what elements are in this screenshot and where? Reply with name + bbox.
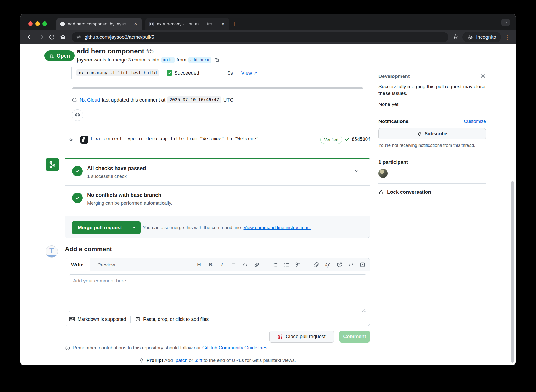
markdown-hint[interactable]: Markdown is supported: [69, 316, 126, 322]
external-arrow-icon: ↗: [253, 70, 257, 76]
saved-reply-icon[interactable]: [348, 262, 354, 268]
minimize-window-button[interactable]: [35, 21, 40, 26]
nx-cloud-note: Nx Cloud last updated this comment at 20…: [72, 96, 233, 103]
reload-button[interactable]: [47, 32, 57, 42]
verified-badge[interactable]: Verified: [320, 136, 342, 144]
checks-passed-icon: [72, 166, 83, 176]
no-conflicts-icon: [72, 193, 83, 203]
gear-icon[interactable]: [480, 73, 486, 79]
view-check-link[interactable]: View↗: [241, 70, 258, 76]
mention-icon[interactable]: @: [325, 262, 331, 268]
attach-file-icon[interactable]: [313, 262, 319, 268]
close-tab-icon[interactable]: ✕: [220, 21, 226, 27]
head-branch-chip[interactable]: add-hero: [188, 57, 211, 63]
quote-icon[interactable]: [231, 262, 237, 268]
browser-menu-icon[interactable]: ⋮: [504, 33, 511, 41]
editor-tab-bar: Write Preview H B I: [65, 258, 370, 271]
new-tab-button[interactable]: +: [229, 19, 239, 29]
development-empty: None yet: [378, 102, 486, 107]
tab-nx-run[interactable]: nx run-many -t lint test ... fro ✕: [145, 18, 229, 30]
github-favicon: [60, 21, 65, 27]
commit-message-link[interactable]: fix: correct typo in demo app title from…: [90, 136, 259, 141]
close-tab-icon[interactable]: ✕: [132, 21, 139, 27]
merge-status-icon: [46, 158, 59, 171]
add-comment-heading: Add a comment: [65, 245, 112, 253]
pr-title-text: add hero component: [77, 47, 144, 55]
github-page: Open add hero component #5 jaysoo wants …: [20, 44, 516, 365]
lock-icon: [378, 189, 384, 195]
add-reaction-button[interactable]: [72, 109, 83, 121]
code-icon[interactable]: [242, 262, 248, 268]
nx-cloud-text: last updated this comment at: [102, 97, 165, 103]
bullet-list-icon[interactable]: [283, 262, 289, 268]
link-icon[interactable]: [254, 262, 260, 268]
window-controls: [28, 21, 47, 26]
cloud-icon: [72, 97, 78, 103]
subscribe-button[interactable]: Subscribe: [378, 128, 486, 139]
home-button[interactable]: [58, 32, 68, 42]
slash-commands-icon[interactable]: [359, 262, 365, 268]
cross-reference-icon[interactable]: [336, 262, 342, 268]
pr-sticky-header: Open add hero component #5 jaysoo wants …: [20, 44, 516, 67]
merge-pull-request-button[interactable]: Merge pull request: [72, 221, 141, 234]
pr-sidebar: Development Successfully merging this pu…: [378, 73, 486, 195]
bookmark-star-icon[interactable]: [453, 33, 459, 41]
cli-merge-note: You can also merge this with the command…: [143, 225, 311, 231]
numbered-list-icon[interactable]: 12: [272, 262, 278, 268]
comment-submit-button[interactable]: Comment: [339, 331, 370, 343]
pull-request-icon: [49, 53, 54, 58]
merge-options-caret[interactable]: [128, 221, 141, 234]
resize-handle[interactable]: [362, 308, 365, 313]
tab-write[interactable]: Write: [65, 258, 90, 271]
heading-icon[interactable]: H: [196, 262, 202, 268]
chevron-down-icon: [504, 20, 508, 25]
vertical-scrollbar[interactable]: [511, 181, 514, 363]
paste-files-hint[interactable]: Paste, drop, or click to add files: [135, 316, 209, 322]
copy-branch-icon[interactable]: [214, 57, 219, 63]
avatar-letter: T: [49, 247, 54, 255]
no-conflicts-title: No conflicts with base branch: [87, 192, 161, 198]
nx-cloud-timestamp: 2025-07-10 16:46:47: [167, 96, 221, 103]
checks-passed-subtitle: 1 successful check: [87, 174, 127, 179]
back-button[interactable]: [25, 32, 35, 42]
commit-sha-link[interactable]: 85d500f: [352, 137, 371, 142]
bold-icon[interactable]: B: [208, 262, 214, 268]
tab-pull-request[interactable]: add hero component by jayso ✕: [56, 18, 142, 30]
close-window-button[interactable]: [28, 21, 33, 26]
expand-checks-icon[interactable]: [354, 168, 360, 175]
community-guidelines-link[interactable]: GitHub Community Guidelines: [202, 345, 267, 350]
lock-conversation-button[interactable]: Lock conversation: [378, 189, 486, 195]
merge-box-divider: [65, 185, 370, 186]
check-status: Succeeded: [174, 70, 199, 76]
horizontal-scrollbar[interactable]: [72, 87, 363, 89]
zoom-window-button[interactable]: [42, 21, 47, 26]
comment-editor: Write Preview H B I: [65, 258, 370, 326]
task-list-icon[interactable]: [295, 262, 301, 268]
check-command: nx run-many -t lint test build: [76, 69, 159, 76]
pr-state-badge: Open: [44, 50, 75, 61]
patch-link[interactable]: .patch: [174, 357, 187, 363]
customize-link[interactable]: Customize: [464, 119, 486, 124]
success-check-icon: [167, 70, 172, 76]
site-settings-icon[interactable]: [76, 34, 81, 40]
tab-separator: [226, 22, 226, 27]
address-bar[interactable]: github.com/jaysoo3/acme/pull/5: [72, 32, 448, 42]
lightbulb-icon: [139, 358, 144, 363]
italic-icon[interactable]: I: [219, 262, 225, 268]
cli-instructions-link[interactable]: View command line instructions.: [244, 225, 311, 230]
pr-author[interactable]: jaysoo: [77, 57, 92, 63]
sidebar-divider: [378, 183, 486, 184]
participant-avatar[interactable]: [378, 169, 388, 178]
comment-textarea[interactable]: [69, 274, 366, 312]
tab-search-button[interactable]: [501, 19, 510, 26]
tab-preview[interactable]: Preview: [90, 258, 123, 271]
commit-author-avatar[interactable]: [80, 136, 88, 144]
close-pull-request-button[interactable]: Close pull request: [269, 331, 334, 343]
nx-cloud-link[interactable]: Nx Cloud: [80, 97, 100, 103]
base-branch-chip[interactable]: main: [161, 57, 175, 63]
forward-button[interactable]: [36, 32, 46, 42]
protip-note: ProTip! Add .patch or .diff to the end o…: [65, 357, 370, 363]
browser-toolbar: github.com/jaysoo3/acme/pull/5 Incognito…: [20, 30, 516, 44]
diff-link[interactable]: .diff: [194, 357, 202, 363]
check-duration: 9s: [205, 67, 237, 79]
